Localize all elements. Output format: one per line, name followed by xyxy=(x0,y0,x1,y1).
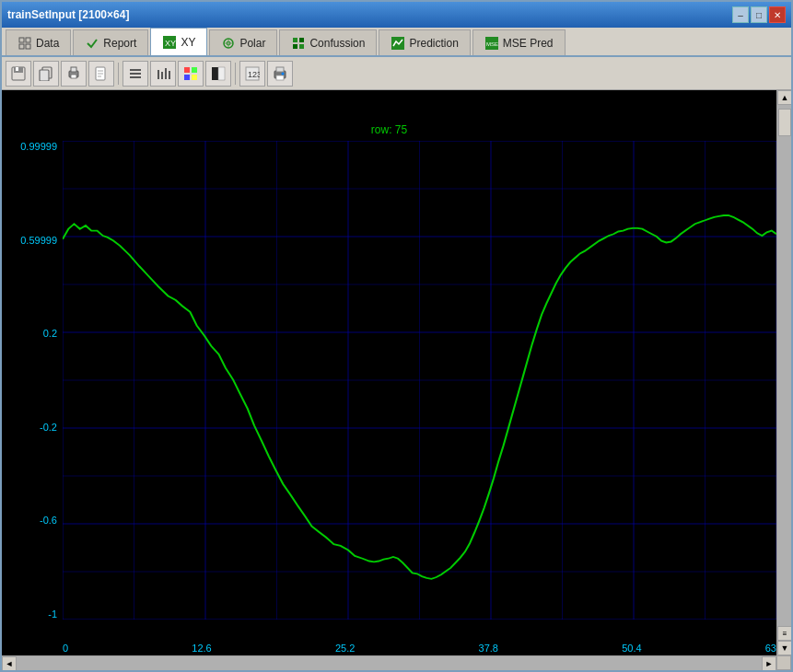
x-label-3: 37.8 xyxy=(479,643,498,654)
x-label-2: 25.2 xyxy=(335,643,355,654)
svg-rect-34 xyxy=(165,68,167,79)
toolbar: 123 xyxy=(2,57,791,90)
content-area: row: 75 0.99999 0.59999 0.2 -0.2 -0.6 -1 xyxy=(2,90,791,670)
pred-icon xyxy=(391,36,405,51)
scroll-down-button[interactable]: ▼ xyxy=(777,641,791,655)
svg-rect-36 xyxy=(184,67,190,73)
mse-icon: MSE xyxy=(484,36,499,51)
svg-rect-37 xyxy=(192,67,197,73)
x-label-0: 0 xyxy=(63,643,68,654)
scroll-list-button[interactable]: ≡ xyxy=(777,626,791,641)
tab-report[interactable]: Report xyxy=(73,29,148,55)
y-label-4: -0.6 xyxy=(40,515,57,526)
x-axis-labels: 0 12.6 25.2 37.8 50.4 63 xyxy=(63,643,776,654)
tool-printer-button[interactable] xyxy=(267,61,293,87)
conf-icon xyxy=(291,36,306,51)
svg-rect-13 xyxy=(299,44,304,49)
svg-text:123: 123 xyxy=(248,70,260,79)
y-label-1: 0.59999 xyxy=(20,235,57,246)
tab-polar[interactable]: Polar xyxy=(209,29,277,55)
tool-num-button[interactable]: 123 xyxy=(239,61,265,87)
main-window: trainSetInput [2100×64] – □ ✕ Data Repor… xyxy=(0,0,793,672)
check-icon xyxy=(85,36,99,51)
svg-rect-38 xyxy=(184,75,190,80)
title-bar: trainSetInput [2100×64] – □ ✕ xyxy=(2,2,791,28)
window-title: trainSetInput [2100×64] xyxy=(7,8,129,21)
vertical-scrollbar[interactable]: ▲ ≡ ▼ xyxy=(776,90,791,655)
y-label-2: 0.2 xyxy=(43,328,57,339)
svg-rect-41 xyxy=(218,67,225,80)
tab-data[interactable]: Data xyxy=(6,29,71,55)
scroll-track-h xyxy=(17,656,762,670)
row-label: row: 75 xyxy=(2,123,776,136)
tab-prediction[interactable]: Prediction xyxy=(379,29,470,55)
tab-xy[interactable]: XY XY xyxy=(150,28,207,55)
svg-rect-19 xyxy=(16,67,18,71)
svg-text:MSE: MSE xyxy=(486,41,498,47)
scroll-left-button[interactable]: ◄ xyxy=(2,656,17,670)
scrollbar-corner xyxy=(776,655,791,670)
svg-rect-45 xyxy=(276,67,284,72)
chart-container: row: 75 0.99999 0.59999 0.2 -0.2 -0.6 -1 xyxy=(2,90,791,670)
tool-lines-button[interactable] xyxy=(122,61,148,87)
tab-data-label: Data xyxy=(36,37,59,50)
y-label-5: -1 xyxy=(48,608,57,620)
svg-rect-21 xyxy=(40,70,49,81)
svg-rect-0 xyxy=(19,38,24,42)
y-label-3: -0.2 xyxy=(40,422,57,433)
svg-rect-39 xyxy=(192,75,197,80)
tab-prediction-label: Prediction xyxy=(409,37,458,50)
svg-rect-11 xyxy=(299,38,304,42)
svg-rect-10 xyxy=(293,38,297,42)
svg-rect-32 xyxy=(157,70,159,79)
x-label-4: 50.4 xyxy=(622,643,641,654)
svg-rect-35 xyxy=(169,71,170,79)
svg-point-47 xyxy=(282,72,285,75)
toolbar-separator-1 xyxy=(118,63,119,85)
tool-save-button[interactable] xyxy=(6,61,31,87)
minimize-button[interactable]: – xyxy=(732,6,749,23)
scroll-thumb-v[interactable] xyxy=(778,109,791,136)
tab-xy-label: XY xyxy=(181,36,195,49)
tab-confussion[interactable]: Confussion xyxy=(279,29,377,55)
xy-icon: XY xyxy=(162,35,177,50)
scroll-right-button[interactable]: ► xyxy=(762,656,776,670)
tab-msepred[interactable]: MSE MSE Pred xyxy=(472,29,566,55)
tool-bw-button[interactable] xyxy=(205,61,231,87)
tool-doc-button[interactable] xyxy=(88,61,114,87)
x-label-1: 12.6 xyxy=(192,643,211,654)
svg-rect-2 xyxy=(19,44,24,49)
tab-bar: Data Report XY XY Polar xyxy=(2,28,791,57)
close-button[interactable]: ✕ xyxy=(769,6,786,23)
horizontal-scrollbar[interactable]: ◄ ► xyxy=(2,655,776,670)
svg-rect-46 xyxy=(276,75,284,80)
svg-rect-23 xyxy=(71,67,76,72)
svg-rect-33 xyxy=(161,72,163,79)
toolbar-separator-2 xyxy=(235,63,236,85)
svg-rect-12 xyxy=(293,44,297,49)
svg-rect-40 xyxy=(212,67,218,80)
y-axis-labels: 0.99999 0.59999 0.2 -0.2 -0.6 -1 xyxy=(2,141,63,620)
scroll-track-v xyxy=(777,105,791,626)
tab-confussion-label: Confussion xyxy=(309,37,365,50)
chart-plot-area xyxy=(63,141,776,620)
x-label-5: 63 xyxy=(765,643,776,654)
tab-msepred-label: MSE Pred xyxy=(503,37,554,50)
tool-print-button[interactable] xyxy=(61,61,87,87)
tab-report-label: Report xyxy=(103,37,136,50)
tool-color-button[interactable] xyxy=(178,61,204,87)
y-label-0: 0.99999 xyxy=(20,141,57,152)
svg-text:XY: XY xyxy=(165,39,176,48)
svg-rect-3 xyxy=(26,44,30,49)
svg-rect-1 xyxy=(26,38,30,42)
scroll-up-button[interactable]: ▲ xyxy=(777,90,791,105)
polar-icon xyxy=(221,36,236,51)
grid-icon xyxy=(17,36,32,51)
tab-polar-label: Polar xyxy=(239,37,265,50)
title-buttons: – □ ✕ xyxy=(732,6,786,23)
tool-copy-button[interactable] xyxy=(33,61,59,87)
svg-rect-24 xyxy=(71,75,76,78)
tool-bars-button[interactable] xyxy=(150,61,176,87)
maximize-button[interactable]: □ xyxy=(751,6,767,23)
